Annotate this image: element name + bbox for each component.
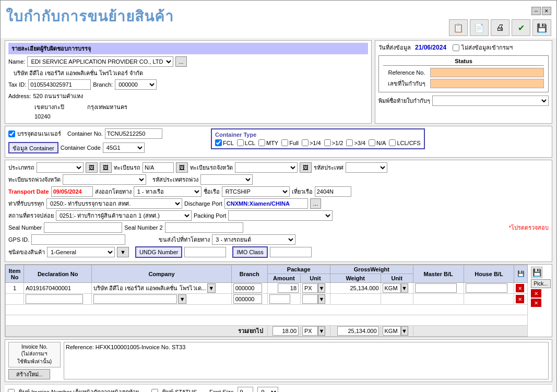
container-code-select[interactable]: 45G1	[103, 142, 145, 153]
container-no-input[interactable]	[105, 128, 162, 139]
goods-type-select-btn[interactable]: ▼	[117, 247, 129, 257]
name-select[interactable]: EDI SERVICE APPLICATION PROVIDER CO., LT…	[27, 56, 173, 67]
undg-button[interactable]: UNDG Number	[135, 246, 183, 258]
delete-row-button[interactable]: ✕	[516, 284, 524, 292]
imo-input[interactable]	[270, 247, 312, 257]
total-weight-unit-btn[interactable]: ▼	[401, 326, 408, 336]
gps-input[interactable]	[31, 234, 125, 245]
address-label: Address:	[8, 93, 31, 99]
seal-no-input[interactable]	[44, 222, 122, 233]
seal-no2-input[interactable]	[165, 222, 243, 233]
send-by-select[interactable]: 1 - ทางเรือ	[134, 186, 202, 197]
discharge-input[interactable]	[224, 198, 308, 209]
table-save-button[interactable]: 💾	[531, 267, 542, 278]
check-button[interactable]: ✔	[512, 19, 530, 36]
total-label: รวม/ยกไป	[6, 326, 268, 337]
create-invoice-button[interactable]: สร้างใหม่..	[8, 369, 50, 379]
cb-lcl-cfs[interactable]	[389, 139, 396, 146]
name-more-button[interactable]: ...	[175, 56, 186, 67]
weight-unit-input[interactable]	[383, 283, 401, 293]
cb-1-4[interactable]	[302, 139, 309, 146]
place-select[interactable]: 0250:- ท่ารับบรรจุกขาออก สทศ.	[46, 198, 182, 209]
total-weight-input[interactable]	[337, 326, 379, 336]
master-bl-input[interactable]	[415, 283, 457, 293]
ship-name-select[interactable]: RTCSHIP	[222, 186, 290, 197]
province-reg-select[interactable]	[235, 162, 298, 173]
truck-reg-input[interactable]	[143, 162, 174, 173]
print-status-checkbox[interactable]	[151, 389, 158, 393]
font-size-input[interactable]	[238, 387, 253, 392]
cb-3-4[interactable]	[346, 139, 353, 146]
receiver-panel: รายละเอียดผู้รับผิดชอบการบรรจุ Name: EDI…	[5, 40, 372, 124]
total-unit-input[interactable]	[302, 326, 318, 336]
province-reg-btn[interactable]: 🖼	[300, 162, 312, 173]
total-unit-btn[interactable]: ▼	[318, 326, 325, 336]
container-info-button[interactable]: ข้อมูล Container	[8, 142, 58, 153]
font-size-select[interactable]: 9	[257, 387, 278, 392]
voyage-input[interactable]	[315, 186, 351, 197]
branch-cell-input[interactable]	[233, 283, 262, 293]
close-button[interactable]: ✕	[542, 7, 551, 15]
print-button[interactable]: 🖨	[491, 19, 509, 36]
company-select-btn[interactable]: ▼	[207, 283, 216, 293]
type-img-btn2[interactable]: 🖼	[100, 162, 112, 173]
amount-input2[interactable]	[269, 294, 290, 304]
house-bl-input[interactable]	[466, 283, 507, 293]
doc-no-field[interactable]	[430, 79, 544, 88]
cell-company: บริษัท อีดีไอ เซอร์วิส แอพพลิเคชั่น โพรไ…	[92, 283, 231, 294]
unit-input[interactable]	[302, 283, 318, 293]
new-button[interactable]: 📄	[470, 19, 489, 36]
minimize-button[interactable]: ─	[531, 7, 541, 15]
decl-no-input2[interactable]	[26, 294, 83, 304]
undg-input[interactable]	[184, 247, 226, 257]
delete-row-button2[interactable]: ✕	[516, 295, 524, 303]
reg-province-select[interactable]	[63, 174, 146, 185]
unit-input2[interactable]	[302, 294, 318, 304]
type-select[interactable]	[37, 162, 84, 173]
company-select-btn2[interactable]: ▼	[178, 294, 186, 304]
transport-date-input[interactable]	[51, 186, 93, 197]
company-input2[interactable]	[93, 294, 177, 304]
cb-full[interactable]	[281, 139, 288, 146]
total-amount	[267, 326, 300, 337]
tax-input[interactable]	[28, 79, 91, 90]
container-checkbox[interactable]	[8, 130, 15, 137]
imo-button[interactable]: IMO Class	[232, 246, 267, 258]
save-button[interactable]: 💾	[532, 19, 551, 36]
unit-select-btn[interactable]: ▼	[318, 283, 325, 293]
type-img-btn[interactable]: 🖼	[86, 162, 98, 173]
total-amount-input[interactable]	[272, 326, 299, 336]
truck-reg-btn[interactable]: 🖼	[176, 162, 188, 173]
country-code-select[interactable]	[346, 162, 387, 173]
ref-no-field[interactable]	[430, 68, 544, 77]
goods-type-select[interactable]: 1-General	[47, 247, 115, 257]
weight-unit-btn[interactable]: ▼	[401, 283, 408, 293]
invoice-text[interactable]: Reference: HFXK100001005-Invoice No. ST3…	[64, 342, 549, 379]
cb-1-2[interactable]	[324, 139, 331, 146]
cb-na[interactable]	[369, 139, 375, 146]
country-code-label: รหัสประเทศ	[314, 163, 343, 172]
unit-select-btn2[interactable]: ▼	[318, 294, 325, 304]
pick-button[interactable]: Pick...	[531, 279, 551, 288]
location-select[interactable]: 0251:- ท่าบริการผู้สินค้าขาออก 1 (สทศ.)	[56, 210, 192, 221]
cb-mty[interactable]	[258, 139, 265, 146]
amount-input[interactable]	[278, 283, 299, 293]
country-tow-select[interactable]	[200, 174, 253, 185]
branch-select[interactable]: 000000	[115, 79, 157, 90]
table-del-btn1[interactable]: ✕	[531, 289, 541, 298]
print-invoice-checkbox[interactable]	[8, 389, 15, 393]
total-weight-unit-input[interactable]	[383, 326, 401, 336]
cb-lcl[interactable]	[237, 139, 244, 146]
address1: 520 ถนนรามคำแหง	[33, 91, 82, 101]
print-select[interactable]	[432, 96, 549, 106]
packing-port-select[interactable]	[228, 210, 333, 221]
transport-to-select[interactable]: 3 - ทางรถยนต์	[212, 234, 295, 245]
cell2-del-btn: ✕	[514, 294, 528, 305]
branch-cell-input2[interactable]	[233, 294, 262, 304]
cb-fcl[interactable]	[215, 139, 222, 146]
table-del-btn2[interactable]: ✕	[531, 299, 541, 307]
no-send-checkbox[interactable]	[453, 44, 459, 51]
cell-house-bl	[464, 283, 514, 294]
discharge-more-button[interactable]: ...	[310, 198, 321, 209]
copy-button[interactable]: 📋	[449, 19, 468, 36]
